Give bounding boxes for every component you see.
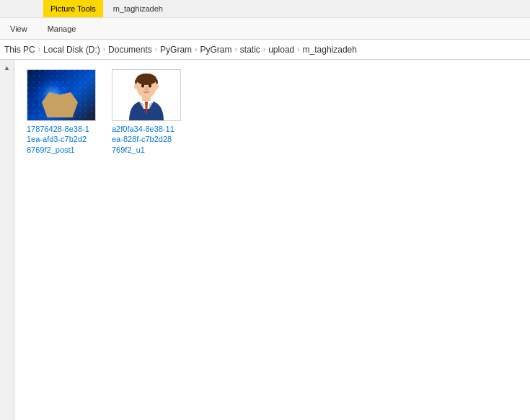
file-name-u1: a2f0fa34-8e38-11ea-828f-c7b2d28769f2_u1 <box>112 124 175 155</box>
svg-point-6 <box>154 84 159 89</box>
breadcrumb-m-taghizadeh[interactable]: m_taghizadeh <box>303 45 357 55</box>
breadcrumb-this-pc[interactable]: This PC <box>4 45 35 55</box>
file-thumbnail-post1 <box>27 69 96 121</box>
file-name-post1: 17876428-8e38-11ea-afd3-c7b2d28769f2_pos… <box>27 124 89 155</box>
breadcrumb-local-disk[interactable]: Local Disk (D:) <box>43 45 100 55</box>
tech-dots-svg <box>27 70 96 121</box>
ribbon-manage-btn[interactable]: Manage <box>43 23 81 35</box>
ribbon-user-title: m_taghizadeh <box>106 0 170 17</box>
breadcrumb-documents[interactable]: Documents <box>108 45 152 55</box>
svg-point-5 <box>134 84 138 89</box>
main-container: ▲ 17876428-8e38-11ea-afd3-c7b2d28769f2_p <box>0 60 530 420</box>
ribbon-tabs: Picture Tools m_taghizadeh <box>0 0 530 17</box>
file-content: 17876428-8e38-11ea-afd3-c7b2d28769f2_pos… <box>14 60 530 420</box>
svg-rect-7 <box>142 95 151 101</box>
avatar-image <box>112 69 180 121</box>
sep3: › <box>155 45 157 53</box>
breadcrumb-upload[interactable]: upload <box>268 45 294 55</box>
avatar-svg <box>118 69 175 121</box>
svg-rect-1 <box>27 70 96 121</box>
svg-point-9 <box>149 84 151 88</box>
sep4: › <box>195 45 197 53</box>
ribbon-area: Picture Tools m_taghizadeh View Manage <box>0 0 530 40</box>
left-panel: ▲ <box>0 60 14 420</box>
file-item-post1[interactable]: 17876428-8e38-11ea-afd3-c7b2d28769f2_pos… <box>23 66 102 158</box>
scroll-up-arrow[interactable]: ▲ <box>2 63 12 73</box>
breadcrumb-pygram1[interactable]: PyGram <box>160 45 192 55</box>
tab-picture-tools[interactable]: Picture Tools <box>43 0 103 17</box>
file-thumbnail-u1 <box>112 69 181 121</box>
sep1: › <box>38 45 40 53</box>
file-item-u1[interactable]: a2f0fa34-8e38-11ea-828f-c7b2d28769f2_u1 <box>108 66 187 158</box>
sep6: › <box>263 45 265 53</box>
sep5: › <box>234 45 237 53</box>
svg-point-4 <box>136 73 156 85</box>
svg-point-8 <box>141 84 144 88</box>
ribbon-view-btn[interactable]: View <box>6 23 32 35</box>
tab-picture-tools-label: Picture Tools <box>50 4 96 13</box>
breadcrumb-static[interactable]: static <box>240 45 260 55</box>
ribbon-bar: View Manage <box>0 17 530 39</box>
address-bar: This PC › Local Disk (D:) › Documents › … <box>0 40 530 60</box>
breadcrumb-pygram2[interactable]: PyGram <box>200 45 231 55</box>
sep2: › <box>103 45 105 53</box>
sep7: › <box>297 45 299 53</box>
